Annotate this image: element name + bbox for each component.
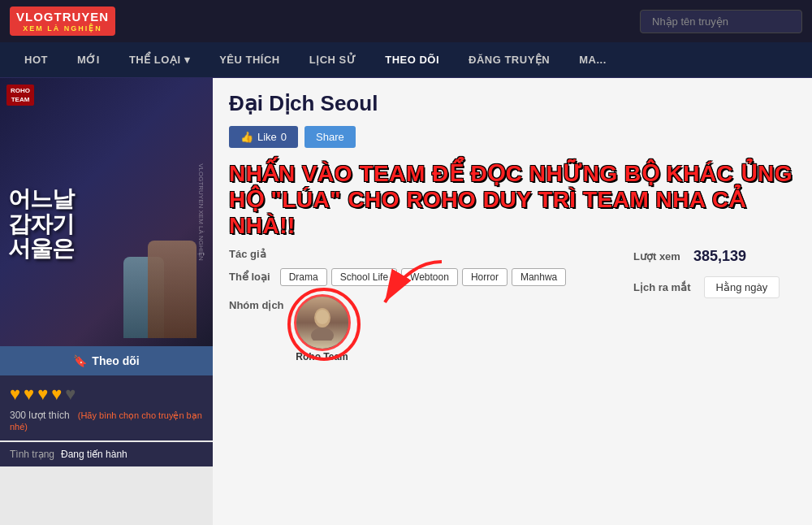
genre-label: Thể loại xyxy=(229,271,270,283)
like-count: 0 xyxy=(281,131,287,143)
search-input[interactable] xyxy=(640,10,802,33)
translator-avatar[interactable] xyxy=(294,294,351,351)
share-label: Share xyxy=(316,131,344,143)
tag-horror[interactable]: Horror xyxy=(462,268,508,286)
author-label: Tác giả xyxy=(229,248,266,260)
nav-item-follow[interactable]: THEO DÕI xyxy=(370,42,454,78)
svg-point-2 xyxy=(316,310,329,324)
header: VLOGTRUYEN XEM LÀ NGHIỆN xyxy=(0,0,812,42)
translator-name: Roho Team xyxy=(296,351,348,362)
info-right: Lượt xem 385,139 Lịch ra mắt Hằng ngày xyxy=(633,248,796,298)
arrow-indicator xyxy=(369,254,458,327)
heart-5[interactable]: ♥ xyxy=(65,384,76,405)
right-panel: Đại Dịch Seoul 👍 Like 0 Share NHẤN VÀO T… xyxy=(213,78,812,525)
status-value: Đang tiến hành xyxy=(61,449,127,460)
follow-button[interactable]: 🔖 Theo dõi xyxy=(0,346,213,375)
watermark: VLOGTRUYEN XEM LÀ NGHIỆN xyxy=(197,163,205,261)
cover-figures xyxy=(0,78,213,346)
rating-area: ♥ ♥ ♥ ♥ ♥ 300 lượt thích (Hãy bình chọn … xyxy=(0,375,213,440)
nav-item-genre[interactable]: THỂ LOẠI ▾ xyxy=(114,42,205,78)
nav-item-history[interactable]: LỊCH SỬ xyxy=(295,42,371,78)
logo-main-text: VLOGTRUYEN xyxy=(16,10,109,24)
rating-count: 300 lượt thích (Hãy bình chọn cho truyện… xyxy=(10,410,203,432)
status-row: Tình trạng Đang tiến hành xyxy=(10,449,203,460)
views-row: Lượt xem 385,139 xyxy=(633,248,796,265)
nav-item-hot[interactable]: HOT xyxy=(10,42,63,78)
release-row: Lịch ra mắt Hằng ngày xyxy=(633,276,796,298)
figure-character-1 xyxy=(148,241,197,338)
manga-title: Đại Dịch Seoul xyxy=(229,91,796,116)
logo-sub-text: XEM LÀ NGHIỆN xyxy=(16,24,109,33)
site-logo[interactable]: VLOGTRUYEN XEM LÀ NGHIỆN xyxy=(10,7,115,37)
translator-avatar-inner xyxy=(296,297,348,349)
heart-1[interactable]: ♥ xyxy=(10,384,20,405)
svg-point-1 xyxy=(311,328,334,341)
nav-item-upload[interactable]: ĐĂNG TRUYỆN xyxy=(454,42,564,78)
hearts-container: ♥ ♥ ♥ ♥ ♥ xyxy=(10,384,203,405)
action-buttons: 👍 Like 0 Share xyxy=(229,126,796,148)
nav-item-more[interactable]: MA... xyxy=(564,42,621,78)
heart-4[interactable]: ♥ xyxy=(51,384,62,405)
nav-item-new[interactable]: MỚI xyxy=(63,42,114,78)
views-count: 385,139 xyxy=(693,248,746,265)
release-label: Lịch ra mắt xyxy=(633,281,691,293)
manga-cover: ROHOTEAM 어느날갑자기서울은 VLOGTRUYEN XEM LÀ NGH… xyxy=(0,78,213,346)
promo-text: NHẤN VÀO TEAM ĐỂ ĐỌC NHỮNG BỘ KHÁC ỦNG H… xyxy=(229,161,796,240)
follow-button-label: Theo dõi xyxy=(92,354,139,367)
nav-item-favorites[interactable]: YÊU THÍCH xyxy=(205,42,295,78)
main-nav: HOT MỚI THỂ LOẠI ▾ YÊU THÍCH LỊCH SỬ THE… xyxy=(0,42,812,78)
left-panel: ROHOTEAM 어느날갑자기서울은 VLOGTRUYEN XEM LÀ NGH… xyxy=(0,78,213,525)
heart-3[interactable]: ♥ xyxy=(37,384,48,405)
share-button[interactable]: Share xyxy=(304,126,356,148)
translator-wrap: Roho Team xyxy=(294,294,351,362)
status-area: Tình trạng Đang tiến hành xyxy=(0,442,213,466)
like-button[interactable]: 👍 Like 0 xyxy=(229,126,298,148)
thumbs-up-icon: 👍 xyxy=(240,131,253,143)
status-label: Tình trạng xyxy=(10,449,54,460)
avatar-icon xyxy=(304,305,340,341)
group-label: Nhóm dịch xyxy=(229,299,284,311)
release-value: Hằng ngày xyxy=(704,276,780,298)
logo-area: VLOGTRUYEN XEM LÀ NGHIỆN xyxy=(10,7,115,37)
tag-drama[interactable]: Drama xyxy=(280,268,327,286)
like-label: Like xyxy=(257,131,277,143)
group-row: Nhóm dịch xyxy=(229,294,609,367)
main-content: ROHOTEAM 어느날갑자기서울은 VLOGTRUYEN XEM LÀ NGH… xyxy=(0,78,812,525)
info-left: Tác giả Thể loại Drama School Life Webto… xyxy=(229,248,609,367)
tag-manhwa[interactable]: Manhwa xyxy=(512,268,566,286)
views-label: Lượt xem xyxy=(633,250,680,262)
bookmark-icon: 🔖 xyxy=(73,354,87,367)
promo-overlay: NHẤN VÀO TEAM ĐỂ ĐỌC NHỮNG BỘ KHÁC ỦNG H… xyxy=(229,161,796,240)
heart-2[interactable]: ♥ xyxy=(24,384,34,405)
